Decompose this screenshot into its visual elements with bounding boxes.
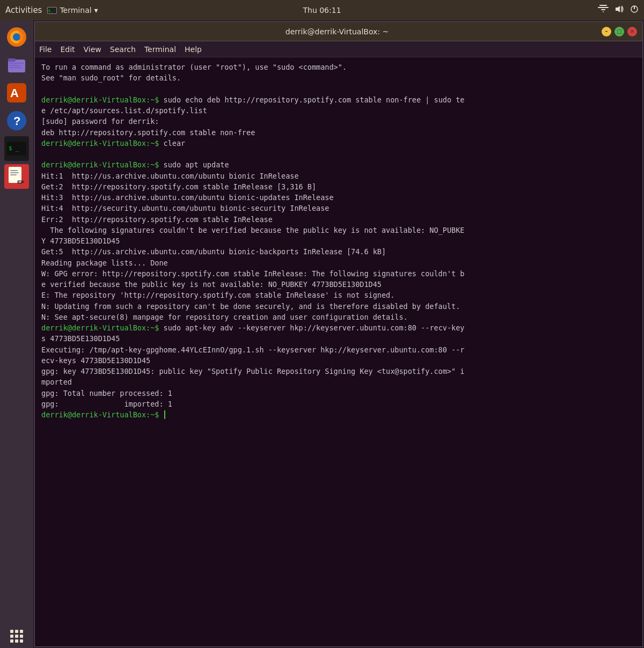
volume-svg [615,5,624,13]
sidebar-item-help[interactable]: ? [4,108,29,133]
terminal-titlebar: derrik@derrik-VirtualBox: ~ – □ ✕ [35,22,642,41]
maximize-button[interactable]: □ [614,27,624,36]
svg-rect-3 [599,5,607,6]
terminal-line: s 4773BD5E130D1D45 [41,333,636,344]
svg-rect-26 [10,172,19,173]
terminal-line: Get:2 http://repository.spotify.com stab… [41,181,636,192]
terminal-line: gpg: key 4773BD5E130D1D45: public key "S… [41,366,636,377]
terminal-line: N: See apt-secure(8) manpage for reposit… [41,312,636,322]
power-svg [630,5,639,13]
apps-dot [20,635,23,638]
terminal-taskbar-label: Terminal [60,6,91,14]
terminal-line: E: The repository 'http://repository.spo… [41,290,636,300]
svg-rect-14 [8,58,16,62]
terminal-line: N: Updating from such a repository can't… [41,301,636,312]
terminal-line: e /etc/apt/sources.list.d/spotify.list [41,105,636,116]
terminal-taskbar-icon: $_ [47,7,57,14]
svg-rect-25 [10,170,18,171]
terminal-content[interactable]: To run a command as administrator (user … [35,57,642,646]
svg-text:?: ? [13,114,20,128]
terminal-line: Reading package lists... Done [41,257,636,268]
apps-dot [20,630,23,633]
apps-dot [20,639,23,643]
terminal-dropdown-arrow[interactable]: ▾ [94,6,98,14]
menu-search[interactable]: Search [110,45,136,54]
help-icon: ? [6,110,27,131]
terminal-line: Hit:1 http://us.archive.ubuntu.com/ubunt… [41,171,636,181]
svg-text:A: A [10,86,19,100]
terminal-line: To run a command as administrator (user … [41,62,636,72]
terminal-line: e verified because the public key is not… [41,279,636,290]
sidebar-item-software[interactable]: A [4,80,29,105]
power-icon[interactable] [630,5,639,16]
terminal-window-title: derrik@derrik-VirtualBox: ~ [72,27,602,36]
main-layout: A ? $ _ ✏️ [0,20,644,648]
terminal-line: Hit:4 http://security.ubuntu.com/ubuntu … [41,203,636,213]
terminal-line: gpg: Total number processed: 1 [41,388,636,399]
sidebar-bottom [10,630,23,643]
firefox-icon [6,26,27,48]
activities-button[interactable]: Activities [5,5,42,15]
terminal-line: Hit:3 http://us.archive.ubuntu.com/ubunt… [41,192,636,203]
menu-help[interactable]: Help [185,45,202,54]
terminal-taskbar-item[interactable]: $_ Terminal ▾ [47,6,98,14]
terminal-line: Err:2 http://repository.spotify.com stab… [41,214,636,225]
svg-rect-4 [598,7,609,8]
terminal-sidebar-icon: $ _ [7,142,26,156]
apps-dot [15,639,18,643]
apps-dot [15,635,18,638]
topbar-left: Activities $_ Terminal ▾ [5,5,98,15]
minimize-button[interactable]: – [602,27,611,36]
software-icon: A [6,82,27,104]
svg-rect-17 [9,67,22,68]
terminal-line: gpg: imported: 1 [41,399,636,409]
sidebar-item-firefox[interactable] [4,25,29,49]
svg-rect-6 [603,11,604,12]
terminal-line [41,84,636,94]
terminal-line: derrik@derrik-VirtualBox:~$ sudo apt-key… [41,322,636,333]
network-icon[interactable] [598,5,609,16]
sidebar-item-editor[interactable]: ✏️ [4,164,29,189]
terminal-line [41,149,636,159]
terminal-line: mported [41,377,636,387]
sidebar-item-files[interactable] [4,53,29,77]
apps-dot [10,630,13,633]
svg-text:✏️: ✏️ [17,177,25,186]
svg-text:$ _: $ _ [9,145,19,152]
svg-rect-5 [601,9,605,10]
svg-point-12 [13,33,20,41]
files-icon [6,54,27,76]
apps-dot [10,635,13,638]
terminal-line: The following signatures couldn't be ver… [41,225,636,235]
sidebar: A ? $ _ ✏️ [0,20,33,648]
menu-terminal[interactable]: Terminal [144,45,176,54]
terminal-line: ecv-keys 4773BD5E130D1D45 [41,355,636,366]
svg-rect-27 [10,174,17,175]
svg-rect-16 [9,65,20,66]
window-controls: – □ ✕ [602,27,637,36]
apps-dot [10,639,13,643]
terminal-line: Get:5 http://us.archive.ubuntu.com/ubunt… [41,246,636,257]
menu-edit[interactable]: Edit [60,45,75,54]
terminal-line: Y 4773BD5E130D1D45 [41,235,636,246]
terminal-line: deb http://repository.spotify.com stable… [41,127,636,138]
terminal-line: [sudo] password for derrik: [41,116,636,127]
terminal-line: derrik@derrik-VirtualBox:~$ sudo apt upd… [41,159,636,170]
sidebar-item-terminal[interactable]: $ _ [4,136,29,161]
terminal-line: derrik@derrik-VirtualBox:~$ clear [41,138,636,149]
svg-rect-15 [9,63,24,64]
menu-file[interactable]: File [39,45,52,54]
terminal-line: See "man sudo_root" for details. [41,72,636,83]
network-svg [598,5,609,13]
menu-view[interactable]: View [84,45,101,54]
menu-bar: File Edit View Search Terminal Help [35,41,642,57]
volume-icon[interactable] [615,5,624,16]
close-button[interactable]: ✕ [627,27,637,36]
terminal-line: W: GPG error: http://repository.spotify.… [41,268,636,279]
terminal-line: Executing: /tmp/apt-key-gpghome.44YLcEIn… [41,344,636,355]
topbar-right [598,5,639,16]
topbar-clock: Thu 06:11 [303,6,341,14]
terminal-line: derrik@derrik-VirtualBox:~$ sudo echo de… [41,94,636,105]
show-apps-button[interactable] [10,630,23,643]
topbar: Activities $_ Terminal ▾ Thu 06:11 [0,0,644,20]
